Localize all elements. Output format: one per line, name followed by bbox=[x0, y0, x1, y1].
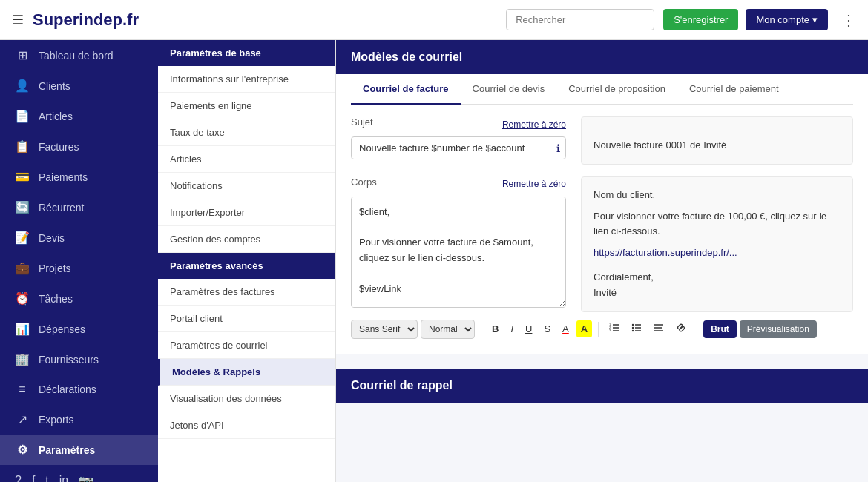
settings-paiements-en-ligne[interactable]: Paiements en ligne bbox=[158, 93, 335, 119]
settings-taux-de-taxe[interactable]: Taux de taxe bbox=[158, 119, 335, 146]
fournisseurs-icon: 🏢 bbox=[15, 352, 30, 366]
brand-logo: Superindep.fr bbox=[33, 10, 139, 30]
tab-courriel-devis[interactable]: Courriel de devis bbox=[461, 74, 557, 105]
sidebar-label: Tâches bbox=[39, 293, 73, 305]
subject-input[interactable] bbox=[351, 136, 566, 159]
body-textarea[interactable]: $client, Pour visionner votre facture de… bbox=[351, 197, 566, 308]
sidebar-label: Récurrent bbox=[39, 202, 84, 214]
bold-button[interactable]: B bbox=[487, 320, 503, 337]
settings-jetons-api[interactable]: Jetons d'API bbox=[158, 412, 335, 439]
subject-preview-text: Nouvelle facture 0001 de Invité bbox=[594, 139, 726, 151]
sidebar-footer: ? f t in 📷 bbox=[0, 465, 158, 482]
sidebar-label: Dépenses bbox=[39, 323, 85, 335]
font-size-select[interactable]: Normal bbox=[421, 320, 475, 339]
settings-articles[interactable]: Articles bbox=[158, 146, 335, 173]
email-tabs: Courriel de facture Courriel de devis Co… bbox=[351, 74, 853, 105]
sidebar-label: Projets bbox=[39, 263, 71, 274]
rappel-header: Courriel de rappel bbox=[336, 369, 868, 403]
hamburger-icon[interactable]: ☰ bbox=[12, 12, 24, 28]
sidebar-item-recurrent[interactable]: 🔄 Récurrent bbox=[0, 192, 158, 222]
tab-courriel-proposition[interactable]: Courriel de proposition bbox=[556, 74, 677, 105]
sidebar-item-exports[interactable]: ↗ Exports bbox=[0, 404, 158, 435]
instagram-icon[interactable]: 📷 bbox=[79, 474, 93, 482]
ordered-list-icon: 1.2.3. bbox=[609, 323, 619, 333]
settings-notifications[interactable]: Notifications bbox=[158, 173, 335, 199]
projets-icon: 💼 bbox=[15, 261, 30, 275]
raw-button[interactable]: Brut bbox=[703, 320, 737, 338]
account-label: Mon compte bbox=[756, 14, 809, 25]
bg-color-button[interactable]: A bbox=[576, 320, 592, 337]
linkedin-icon[interactable]: in bbox=[59, 474, 68, 482]
sidebar: ⊞ Tableau de bord 👤 Clients 📄 Articles 📋… bbox=[0, 40, 158, 482]
account-chevron-icon: ▾ bbox=[812, 14, 818, 25]
settings-portail-client[interactable]: Portail client bbox=[158, 306, 335, 332]
depenses-icon: 📊 bbox=[15, 322, 30, 336]
sidebar-label: Devis bbox=[39, 232, 65, 244]
settings-parametres-courriel[interactable]: Paramètres de courriel bbox=[158, 332, 335, 359]
underline-button[interactable]: U bbox=[521, 320, 536, 337]
exports-icon: ↗ bbox=[15, 412, 30, 426]
sidebar-item-paiements[interactable]: 💳 Paiements bbox=[0, 162, 158, 192]
sidebar-item-depenses[interactable]: 📊 Dépenses bbox=[0, 314, 158, 344]
svg-point-10 bbox=[632, 327, 634, 329]
settings-importer-exporter[interactable]: Importer/Exporter bbox=[158, 199, 335, 226]
recurrent-icon: 🔄 bbox=[15, 200, 30, 214]
register-button[interactable]: S'enregistrer bbox=[663, 9, 738, 30]
sidebar-item-clients[interactable]: 👤 Clients bbox=[0, 70, 158, 101]
sidebar-item-articles[interactable]: 📄 Articles bbox=[0, 101, 158, 131]
account-button[interactable]: Mon compte ▾ bbox=[746, 9, 828, 30]
info-icon[interactable]: ℹ bbox=[556, 142, 560, 154]
sidebar-item-factures[interactable]: 📋 Factures bbox=[0, 131, 158, 162]
settings-modeles-rappels[interactable]: Modèles & Rappels bbox=[158, 359, 335, 386]
settings-parametres-factures[interactable]: Paramètres des factures bbox=[158, 279, 335, 306]
subject-reset-link[interactable]: Remettre à zéro bbox=[502, 119, 566, 130]
bg-color-label: A bbox=[581, 323, 588, 334]
sidebar-label: Exports bbox=[39, 414, 73, 426]
search-input[interactable] bbox=[506, 9, 654, 30]
unordered-list-button[interactable] bbox=[627, 320, 646, 338]
sidebar-item-tableau-de-bord[interactable]: ⊞ Tableau de bord bbox=[0, 40, 158, 70]
sidebar-item-taches[interactable]: ⏰ Tâches bbox=[0, 283, 158, 314]
align-button[interactable] bbox=[649, 320, 668, 338]
navbar-actions: S'enregistrer Mon compte ▾ ⋮ bbox=[663, 9, 856, 30]
main-layout: ⊞ Tableau de bord 👤 Clients 📄 Articles 📋… bbox=[0, 40, 868, 482]
settings-informations[interactable]: Informations sur l'entreprise bbox=[158, 66, 335, 93]
advanced-section-header: Paramètres avancés bbox=[158, 253, 335, 279]
preview-button[interactable]: Prévisualisation bbox=[740, 320, 817, 338]
svg-point-9 bbox=[632, 324, 634, 326]
settings-gestion-des-comptes[interactable]: Gestion des comptes bbox=[158, 226, 335, 253]
body-preview-line1: Nom du client, bbox=[594, 188, 841, 203]
sidebar-item-declarations[interactable]: ≡ Déclarations bbox=[0, 374, 158, 404]
sidebar-label: Factures bbox=[39, 141, 79, 153]
italic-button[interactable]: I bbox=[506, 320, 518, 337]
paiements-icon: 💳 bbox=[15, 170, 30, 184]
font-family-select[interactable]: Sans Serif bbox=[351, 320, 418, 339]
sidebar-label: Articles bbox=[39, 110, 73, 122]
main-content: Modèles de courriel Courriel de facture … bbox=[336, 40, 868, 482]
body-reset-link[interactable]: Remettre à zéro bbox=[502, 179, 566, 189]
sidebar-label: Paiements bbox=[39, 171, 88, 183]
settings-visualisation-donnees[interactable]: Visualisation des données bbox=[158, 386, 335, 412]
content-area: Paramètres de base Informations sur l'en… bbox=[158, 40, 868, 482]
facebook-icon[interactable]: f bbox=[32, 474, 35, 482]
ordered-list-button[interactable]: 1.2.3. bbox=[605, 320, 624, 338]
sidebar-item-devis[interactable]: 📝 Devis bbox=[0, 222, 158, 253]
help-icon[interactable]: ? bbox=[15, 474, 22, 482]
font-color-button[interactable]: A bbox=[558, 320, 573, 337]
more-icon[interactable]: ⋮ bbox=[841, 11, 856, 29]
toolbar-separator-2 bbox=[598, 322, 599, 337]
link-button[interactable] bbox=[671, 320, 691, 338]
strikethrough-button[interactable]: S bbox=[539, 320, 555, 337]
navbar: ☰ Superindep.fr S'enregistrer Mon compte… bbox=[0, 0, 868, 40]
subject-label: Sujet bbox=[351, 116, 373, 128]
sidebar-item-projets[interactable]: 💼 Projets bbox=[0, 253, 158, 283]
sidebar-item-fournisseurs[interactable]: 🏢 Fournisseurs bbox=[0, 344, 158, 374]
sidebar-label: Clients bbox=[39, 80, 70, 92]
twitter-icon[interactable]: t bbox=[45, 474, 48, 482]
parametres-icon: ⚙ bbox=[15, 443, 30, 457]
articles-icon: 📄 bbox=[15, 109, 30, 123]
body-preview-link[interactable]: https://facturation.superindep.fr/... bbox=[594, 245, 841, 261]
sidebar-item-parametres[interactable]: ⚙ Paramètres bbox=[0, 435, 158, 465]
tab-courriel-paiement[interactable]: Courriel de paiement bbox=[677, 74, 791, 105]
tab-courriel-facture[interactable]: Courriel de facture bbox=[351, 74, 461, 105]
